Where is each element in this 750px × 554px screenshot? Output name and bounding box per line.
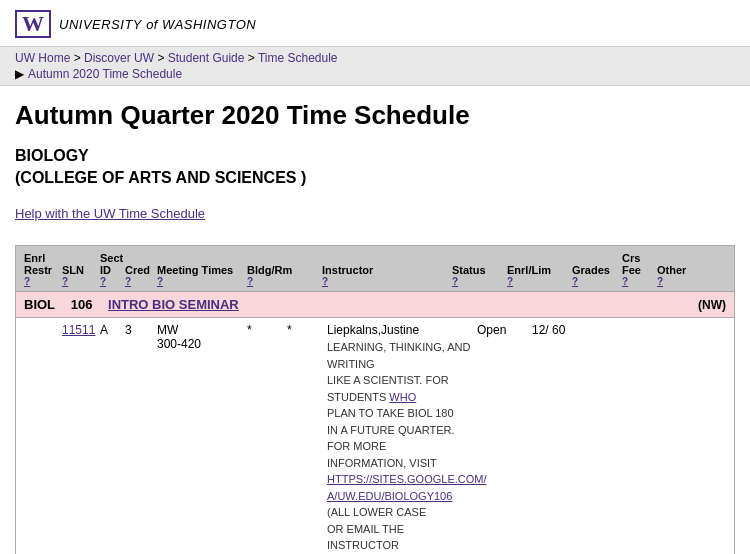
table-header: EnrlRestr ? SLN ? SectID ? Cred ? Meetin… <box>15 245 735 292</box>
instructor-help-link[interactable]: ? <box>322 276 328 287</box>
col-header-grades: Grades ? <box>572 264 622 287</box>
col-header-enrllim: Enrl/Lim ? <box>507 264 572 287</box>
col-header-crs-fee: CrsFee ? <box>622 252 657 287</box>
uw-logo-text: UNIVERSITY of WASHINGTON <box>59 17 256 32</box>
department-name: BIOLOGY <box>15 147 735 165</box>
help-link[interactable]: Help with the UW Time Schedule <box>15 206 205 221</box>
breadcrumb-time-schedule[interactable]: Time Schedule <box>258 51 338 65</box>
breadcrumb-bar: UW Home > Discover UW > Student Guide > … <box>0 47 750 86</box>
other-help-link[interactable]: ? <box>657 276 663 287</box>
breadcrumb-current: ▶ Autumn 2020 Time Schedule <box>15 67 735 81</box>
col-header-cred: Cred ? <box>125 264 157 287</box>
status-help-link[interactable]: ? <box>452 276 458 287</box>
enrllim-help-link[interactable]: ? <box>507 276 513 287</box>
who-link[interactable]: WHO <box>389 391 416 403</box>
meeting-help-link[interactable]: ? <box>157 276 163 287</box>
breadcrumb: UW Home > Discover UW > Student Guide > … <box>15 51 735 65</box>
section-sln: 11511 <box>62 323 100 554</box>
col-header-meeting: Meeting Times ? <box>157 264 247 287</box>
uw-logo-w: W <box>15 10 51 38</box>
grades-help-link[interactable]: ? <box>572 276 578 287</box>
breadcrumb-student-guide[interactable]: Student Guide <box>168 51 245 65</box>
cred-help-link[interactable]: ? <box>125 276 131 287</box>
course-header-left: BIOL 106 INTRO BIO SEMINAR <box>24 297 239 312</box>
department-college: (COLLEGE OF ARTS AND SCIENCES ) <box>15 169 735 187</box>
section-cred: 3 <box>125 323 157 554</box>
col-header-sect-id: SectID ? <box>100 252 125 287</box>
breadcrumb-discover-uw[interactable]: Discover UW <box>84 51 154 65</box>
breadcrumb-uw-home[interactable]: UW Home <box>15 51 70 65</box>
section-other <box>682 323 717 554</box>
col-header-sln: SLN ? <box>62 264 100 287</box>
col-header-other: Other ? <box>657 264 692 287</box>
enrl-count: 12/ <box>532 323 549 337</box>
col-header-status: Status ? <box>452 264 507 287</box>
sln-help-link[interactable]: ? <box>62 276 68 287</box>
course-title-link[interactable]: INTRO BIO SEMINAR <box>108 297 239 312</box>
section-status: Open <box>477 323 532 554</box>
section-crs-fee <box>647 323 682 554</box>
section-bldg1: * <box>247 323 287 554</box>
enrl-restr-help-link[interactable]: ? <box>24 276 30 287</box>
main-content: Autumn Quarter 2020 Time Schedule BIOLOG… <box>0 86 750 554</box>
sln-link[interactable]: 11511 <box>62 323 95 337</box>
col-header-instructor: Instructor ? <box>322 264 452 287</box>
section-grades <box>597 323 647 554</box>
meeting-times: 300-420 <box>157 337 247 351</box>
col-header-enrl-restr: EnrlRestr ? <box>24 252 62 287</box>
site-header: W UNIVERSITY of WASHINGTON <box>0 0 750 47</box>
section-bldg2: * <box>287 323 327 554</box>
section-row: 11511 A 3 MW 300-420 * * Liepkalns,Justi… <box>15 318 735 554</box>
section-instructor: Liepkalns,Justine LEARNING, THINKING, AN… <box>327 323 477 554</box>
course-badge: (NW) <box>698 298 726 312</box>
course-header-row: BIOL 106 INTRO BIO SEMINAR (NW) <box>15 292 735 318</box>
meeting-days: MW <box>157 323 247 337</box>
course-dept: BIOL <box>24 297 55 312</box>
breadcrumb-current-link[interactable]: Autumn 2020 Time Schedule <box>28 67 182 81</box>
course-number: 106 <box>71 297 93 312</box>
col-header-bldg: Bldg/Rm ? <box>247 264 322 287</box>
crs-fee-help-link[interactable]: ? <box>622 276 628 287</box>
sect-id-help-link[interactable]: ? <box>100 276 106 287</box>
section-enrllim: 12/ 60 <box>532 323 597 554</box>
enrl-lim: 60 <box>552 323 565 337</box>
section-meeting: MW 300-420 <box>157 323 247 554</box>
url-link[interactable]: HTTPS://SITES.GOOGLE.COM/ A/UW.EDU/BIOLO… <box>327 473 487 502</box>
bldg-help-link[interactable]: ? <box>247 276 253 287</box>
section-notes: LEARNING, THINKING, AND WRITING LIKE A S… <box>327 339 477 554</box>
section-enrl-restr <box>24 323 62 554</box>
page-title: Autumn Quarter 2020 Time Schedule <box>15 100 735 131</box>
instructor-name: Liepkalns,Justine <box>327 323 477 337</box>
section-sect-id: A <box>100 323 125 554</box>
